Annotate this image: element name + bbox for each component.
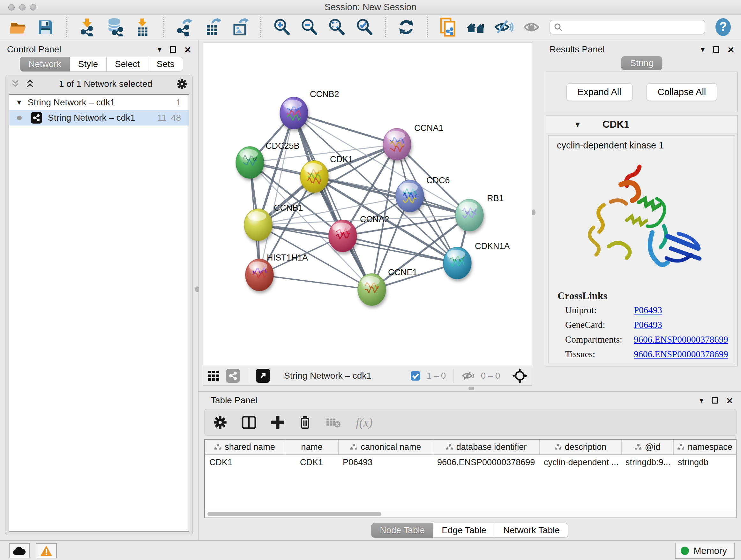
zoom-out-button[interactable]	[300, 17, 319, 37]
panel-close-icon[interactable]: ×	[728, 44, 734, 55]
zoom-in-button[interactable]	[272, 17, 291, 37]
protein-node-HIST1H1A[interactable]	[246, 259, 273, 291]
traffic-lights[interactable]	[8, 4, 37, 10]
grid-view-icon[interactable]	[207, 369, 220, 382]
network-row-selected[interactable]: String Network – cdk1 11 48	[9, 110, 189, 125]
collapse-all-icon[interactable]	[10, 79, 20, 89]
panel-menu-icon[interactable]: ▾	[158, 46, 161, 53]
protein-node-CDC6[interactable]	[396, 180, 424, 212]
column-header-id[interactable]: @id	[621, 440, 673, 454]
function-builder-button[interactable]: f(x)	[356, 415, 373, 429]
hide-selected-button[interactable]	[494, 17, 514, 37]
protein-node-CDK1[interactable]	[300, 161, 328, 192]
show-all-button[interactable]	[522, 17, 541, 37]
panel-float-icon[interactable]	[170, 46, 176, 53]
panel-float-icon[interactable]	[713, 46, 719, 53]
column-header-canonical-name[interactable]: canonical name	[338, 440, 433, 454]
results-list-box: ▼ CDK1 cyclin-dependent kinase 1	[546, 115, 738, 367]
open-session-button[interactable]	[8, 17, 27, 37]
protein-node-RB1[interactable]	[455, 199, 483, 231]
crosslink-value-link[interactable]: P06493	[634, 320, 662, 330]
bottom-splitter-handle[interactable]	[468, 387, 474, 390]
tree-caret-icon[interactable]: ▼	[16, 98, 23, 107]
collapse-all-button[interactable]: Collapse All	[647, 83, 718, 101]
add-column-icon[interactable]	[271, 416, 284, 429]
crosslink-value-link[interactable]: 9606.ENSP00000378699	[634, 334, 728, 345]
section-caret-icon[interactable]: ▼	[574, 120, 582, 129]
table-row[interactable]: CDK1 CDK1 P06493 9606.ENSP00000378699 cy…	[205, 455, 736, 470]
zoom-fit-button[interactable]	[327, 17, 346, 37]
delete-table-icon-disabled[interactable]	[326, 417, 341, 428]
help-button[interactable]: ?	[714, 17, 733, 37]
left-splitter-handle[interactable]	[195, 287, 199, 292]
expand-all-button[interactable]: Expand All	[566, 83, 632, 101]
panel-close-icon[interactable]: ×	[726, 395, 733, 406]
gear-icon[interactable]	[177, 78, 187, 89]
hidden-edges-eye-icon[interactable]	[462, 370, 475, 381]
zoom-selected-button[interactable]	[355, 17, 374, 37]
protein-node-CCNE1[interactable]	[358, 273, 386, 306]
export-table-button[interactable]	[203, 17, 222, 37]
memory-button[interactable]: Memory	[675, 543, 735, 559]
search-box[interactable]	[549, 20, 705, 35]
export-image-button[interactable]	[230, 17, 249, 37]
protein-node-CCNB1[interactable]	[244, 209, 272, 241]
tab-network-table[interactable]: Network Table	[495, 523, 568, 538]
show-columns-icon[interactable]	[242, 416, 256, 429]
crosslink-value-link[interactable]: P06493	[634, 305, 662, 315]
save-session-button[interactable]	[36, 17, 55, 37]
right-splitter-handle[interactable]	[532, 209, 536, 215]
export-network-button[interactable]	[175, 17, 194, 37]
first-neighbors-button[interactable]	[466, 17, 486, 37]
tab-network[interactable]: Network	[20, 57, 70, 71]
delete-column-icon[interactable]	[299, 415, 311, 429]
protein-node-CCNA1[interactable]	[383, 128, 411, 160]
crosslink-value-link[interactable]: 9606.ENSP00000378699	[634, 349, 728, 360]
tab-style[interactable]: Style	[70, 57, 107, 71]
table-panel-title: Table Panel	[211, 395, 257, 406]
refresh-button[interactable]	[397, 17, 416, 37]
column-header-shared-name[interactable]: shared name	[205, 440, 285, 454]
import-table-file-button[interactable]	[133, 17, 152, 37]
tab-select[interactable]: Select	[107, 57, 148, 71]
warnings-button[interactable]	[36, 543, 57, 558]
node-label-CCNA2: CCNA2	[360, 214, 389, 224]
import-network-database-button[interactable]	[105, 17, 125, 37]
search-input[interactable]	[565, 22, 701, 32]
column-type-icon	[555, 444, 562, 450]
protein-node-CDC25B[interactable]	[236, 146, 264, 179]
protein-node-CCNA2[interactable]	[329, 220, 357, 252]
tab-sets[interactable]: Sets	[148, 57, 183, 71]
network-share-icon[interactable]	[226, 369, 240, 383]
duplicate-network-button[interactable]	[439, 17, 458, 37]
panel-float-icon[interactable]	[712, 397, 718, 403]
panel-close-icon[interactable]: ×	[185, 44, 191, 55]
table-settings-gear-icon[interactable]	[213, 416, 227, 429]
column-header-description[interactable]: description	[539, 440, 621, 454]
open-in-new-icon[interactable]	[256, 369, 270, 383]
table-horizontal-scrollbar[interactable]	[205, 510, 736, 517]
cloud-button[interactable]	[9, 543, 30, 558]
zoom-window-icon[interactable]	[30, 4, 37, 10]
protein-node-CDKN1A[interactable]	[443, 247, 471, 279]
column-header-database-identifier[interactable]: database identifier	[433, 440, 539, 454]
network-canvas[interactable]: CCNB2CCNA1CDC25BCDK1CDC6RB1CCNB1CCNA2CDK…	[203, 43, 532, 366]
tab-node-table[interactable]: Node Table	[371, 523, 433, 538]
selected-nodes-checkbox-icon[interactable]	[410, 370, 421, 381]
expand-all-icon[interactable]	[25, 79, 35, 89]
panel-menu-icon[interactable]: ▾	[701, 46, 704, 53]
close-window-icon[interactable]	[8, 4, 15, 10]
network-collection-row[interactable]: ▼ String Network – cdk1 1	[9, 95, 189, 110]
import-network-file-button[interactable]	[78, 17, 97, 37]
column-header-name[interactable]: name	[285, 440, 338, 454]
tab-string[interactable]: String	[621, 56, 662, 70]
column-header-namespace[interactable]: namespace	[673, 440, 736, 454]
panel-menu-icon[interactable]: ▾	[699, 396, 703, 404]
minimize-window-icon[interactable]	[19, 4, 25, 10]
protein-node-CCNB2[interactable]	[280, 97, 308, 129]
tab-edge-table[interactable]: Edge Table	[433, 523, 495, 538]
string-network-graph[interactable]: CCNB2CCNA1CDC25BCDK1CDC6RB1CCNB1CCNA2CDK…	[203, 43, 533, 366]
scrollbar-thumb[interactable]	[207, 512, 381, 516]
protein-section-header[interactable]: ▼ CDK1	[546, 116, 737, 133]
birdseye-crosshair-icon[interactable]	[512, 368, 528, 383]
